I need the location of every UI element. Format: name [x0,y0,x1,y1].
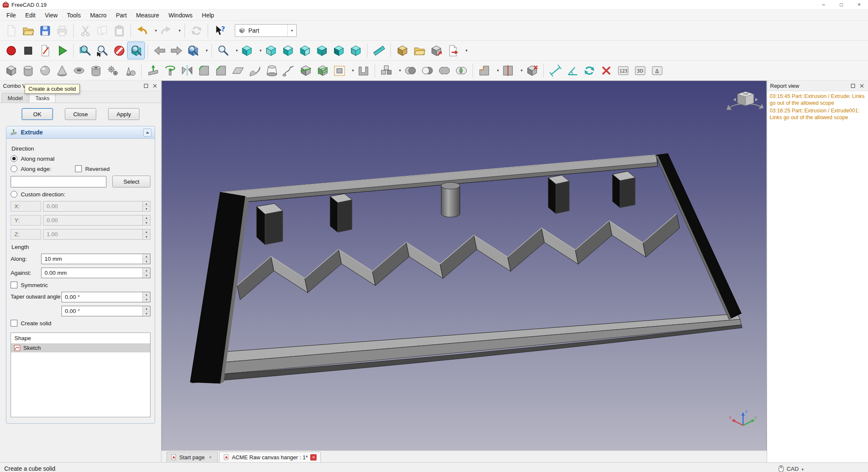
dropdown-arrow-icon[interactable] [155,28,157,33]
undock-panel-icon[interactable] [143,83,149,89]
boolean-cut-icon[interactable] [419,62,436,79]
shape-builder-icon[interactable] [104,62,121,79]
box-selection-icon[interactable] [128,42,145,59]
part-cone-icon[interactable] [53,62,70,79]
abort-navigation-icon[interactable] [111,42,128,59]
radio-along-edge[interactable] [11,165,17,172]
whats-this-icon[interactable]: ? [211,22,228,39]
document-tab[interactable]: ACME Raw canvas hanger : 1* [219,452,321,462]
measure-clear-icon[interactable] [598,62,615,79]
x-spinner[interactable] [142,201,150,211]
macro-run-icon[interactable] [53,42,70,59]
view-right-icon[interactable] [296,42,313,59]
dropdown-arrow-icon[interactable] [465,48,467,53]
view-top-icon[interactable] [279,42,296,59]
loft-icon[interactable] [263,62,280,79]
3d-model[interactable]: TOP z y x [162,81,766,450]
fit-selection-icon[interactable] [94,42,111,59]
menu-help[interactable]: Help [197,11,219,20]
undock-report-icon[interactable] [850,83,856,89]
fillet-icon[interactable] [195,62,212,79]
macro-edit-icon[interactable] [36,42,53,59]
toggle-3d-measurement-icon[interactable]: 3D [632,62,648,79]
against-length-field[interactable]: 0.00 mm [41,268,150,278]
view-group-icon[interactable] [185,42,209,59]
ruled-surface-icon[interactable] [246,62,263,79]
taper-spinner[interactable] [142,292,150,302]
z-spinner[interactable] [142,229,150,239]
along-edge-option[interactable]: Along edge: Reversed [11,165,150,172]
zoom-tools-icon[interactable] [215,42,239,59]
radio-along-normal[interactable] [11,155,17,162]
thickness-icon[interactable] [355,62,372,79]
split-features-icon[interactable] [500,62,523,79]
checkbox-reversed[interactable] [75,165,82,172]
dropdown-arrow-icon[interactable] [206,48,208,53]
defeaturing-icon[interactable] [523,62,540,79]
macro-stop-icon[interactable] [19,42,36,59]
boolean-intersection-icon[interactable] [453,62,470,79]
save-file-icon[interactable] [36,22,53,39]
offset-icon[interactable] [331,62,355,79]
nav-forward-icon[interactable] [168,42,185,59]
dropdown-arrow-icon[interactable] [236,48,238,53]
dropdown-arrow-icon[interactable] [352,68,354,73]
view-front-icon[interactable] [262,42,279,59]
dropdown-arrow-icon[interactable] [497,68,499,73]
report-messages[interactable]: 03:15:45 Part::Extrusion / Extrude: Link… [767,91,868,462]
workbench-selector[interactable]: Part [235,24,297,37]
menu-tools[interactable]: Tools [62,11,86,20]
link-actions-icon[interactable] [445,42,468,59]
join-features-icon[interactable] [476,62,500,79]
custom-direction-option[interactable]: Custom direction: [11,191,150,198]
close-tab-icon[interactable] [310,454,317,461]
dropdown-arrow-icon[interactable] [520,68,523,73]
apply-button[interactable]: Apply [108,108,139,120]
x-field[interactable]: 0.00 [43,201,150,212]
against-spinner[interactable] [142,268,150,278]
dropdown-arrow-icon[interactable] [178,28,181,33]
measure-linear-icon[interactable] [547,62,564,79]
edge-field[interactable] [11,176,106,187]
part-torus-icon[interactable] [70,62,87,79]
reversed-option[interactable]: Reversed [75,165,110,172]
toggle-delta-measurement-icon[interactable]: Δ [648,62,665,79]
menu-file[interactable]: File [2,11,21,20]
create-group-icon[interactable] [411,42,428,59]
menu-measure[interactable]: Measure [131,11,164,20]
nav-back-icon[interactable] [151,42,168,59]
close-button[interactable]: × [850,0,868,9]
radio-custom-direction[interactable] [11,191,17,198]
tab-tasks[interactable]: Tasks [29,93,55,103]
collapse-section-icon[interactable] [143,128,151,137]
minimize-button[interactable]: – [815,0,832,9]
menu-windows[interactable]: Windows [164,11,198,20]
section-icon[interactable] [297,62,314,79]
macro-record-icon[interactable] [3,42,19,59]
boolean-icon[interactable] [402,62,419,79]
ok-button[interactable]: OK [22,108,53,120]
document-tab[interactable]: Start page [167,452,218,462]
close-tab-icon[interactable] [207,454,214,461]
cross-sections-icon[interactable] [314,62,331,79]
part-sphere-icon[interactable] [36,62,53,79]
measure-angular-icon[interactable] [564,62,581,79]
menu-part[interactable]: Part [111,11,131,20]
part-box-icon[interactable] [3,62,19,79]
close-report-icon[interactable] [859,83,865,89]
close-panel-icon[interactable] [152,83,158,89]
revolve-icon[interactable] [161,62,178,79]
view-left-icon[interactable] [347,42,364,59]
make-face-icon[interactable] [229,62,246,79]
mirror-icon[interactable] [178,62,195,79]
measure-distance-icon[interactable] [370,42,387,59]
y-field[interactable]: 0.00 [43,215,150,226]
part-cylinder-icon[interactable] [19,62,36,79]
close-task-button[interactable]: Close [65,108,96,120]
shape-list[interactable]: Shape Sketch [11,332,150,417]
undo-icon[interactable] [134,22,158,39]
tab-model[interactable]: Model [2,93,28,103]
3d-viewport[interactable]: TOP z y x [161,81,767,450]
along-length-field[interactable]: 10 mm [41,254,150,264]
select-edge-button[interactable]: Select [112,176,150,187]
